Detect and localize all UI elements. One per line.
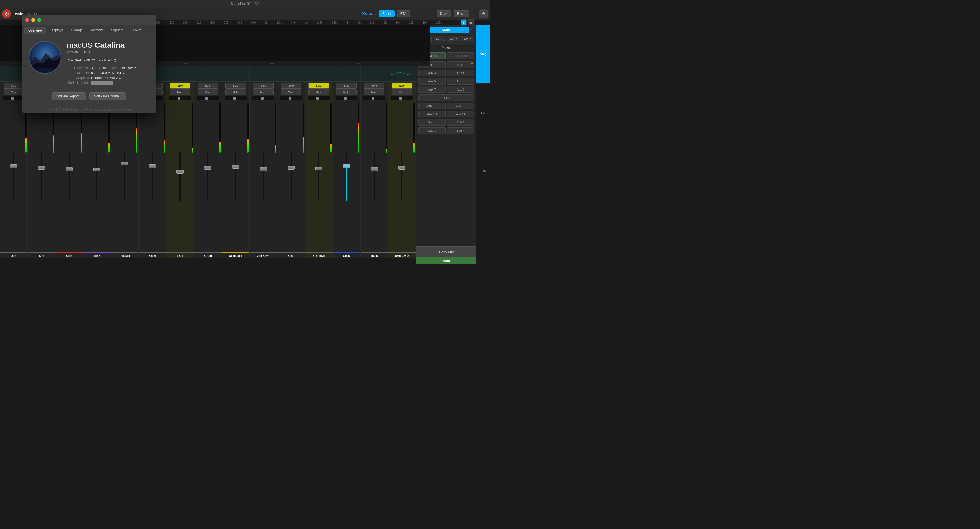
power-button[interactable]: ⏻ bbox=[2, 10, 11, 18]
ch-solo-jonkeys[interactable]: Solo bbox=[253, 83, 274, 89]
ch-eq-bottonare bbox=[388, 66, 416, 82]
fxd-button[interactable]: FX D bbox=[461, 36, 474, 42]
ch-solo-bevkeys[interactable]: Solo bbox=[309, 83, 329, 89]
ch-fader-knob-talkmic[interactable] bbox=[121, 162, 128, 166]
ch-mute-jon[interactable]: Mute bbox=[3, 89, 24, 95]
fxc-button[interactable]: FX C bbox=[447, 36, 460, 42]
window-minimize-button[interactable] bbox=[31, 18, 35, 22]
os-name: macOS Catalina bbox=[67, 41, 150, 49]
ch-fader-knob-track[interactable] bbox=[371, 167, 378, 171]
ch-mute-accoustic[interactable]: Mute bbox=[225, 89, 246, 95]
fxb-button[interactable]: FX B bbox=[433, 36, 446, 42]
ch-fader-knob-kim[interactable] bbox=[38, 166, 45, 170]
ch-mute-jonkeys[interactable]: Mute bbox=[253, 89, 274, 95]
ch-solo-click[interactable]: Solo bbox=[336, 83, 357, 89]
ch-label-bass: Bass bbox=[56, 252, 83, 258]
ch-fader-knob-strum[interactable] bbox=[204, 166, 211, 170]
ch-pan-egtr[interactable] bbox=[169, 96, 191, 100]
sub3-button[interactable]: Sub 3 bbox=[418, 127, 445, 134]
aux4-button[interactable]: Aux 4 bbox=[447, 70, 474, 76]
list-view-button[interactable]: ☰ bbox=[468, 19, 474, 25]
ch-mute-click[interactable]: Mute bbox=[336, 89, 357, 95]
ch-solo-track[interactable]: Solo bbox=[364, 83, 384, 89]
ch-fader-knob-jon[interactable] bbox=[10, 164, 17, 168]
ch-fader-knob-vox4[interactable] bbox=[93, 168, 100, 172]
about-tab-displays[interactable]: Displays bbox=[47, 27, 67, 34]
aux14-button[interactable]: Aux 14 bbox=[447, 111, 474, 118]
about-tab-service[interactable]: Service bbox=[127, 27, 146, 34]
ch-fader-knob-accoustic[interactable] bbox=[232, 165, 239, 169]
mix-row-aux56: Aux 5 Aux 6 bbox=[418, 78, 474, 84]
ch-pan-jonkeys[interactable] bbox=[252, 96, 274, 100]
rta-button[interactable]: RTA bbox=[397, 10, 410, 17]
geq-side-button[interactable]: GEQ bbox=[476, 25, 490, 84]
about-tab-overview[interactable]: Overview bbox=[24, 27, 46, 34]
ch-fader-knob-egtr[interactable] bbox=[177, 170, 183, 174]
ch-mute-bevkeys[interactable]: Mute bbox=[309, 89, 329, 95]
aux8-button[interactable]: Aux 8 bbox=[447, 86, 474, 93]
sub4-button[interactable]: Sub 4 bbox=[447, 127, 474, 134]
ch-pan-bass2[interactable] bbox=[280, 96, 302, 100]
ch-pan-bevkeys[interactable] bbox=[308, 96, 330, 100]
ch-mute-track[interactable]: Mute bbox=[364, 89, 384, 95]
ch-solo-accoustic[interactable]: Solo bbox=[225, 83, 246, 89]
ch-label-bass2: Bass bbox=[277, 252, 305, 258]
scn-side-button[interactable]: Scn bbox=[476, 142, 490, 201]
serial-detail: Serial Number bbox=[67, 81, 150, 85]
aux6-button[interactable]: Aux 6 bbox=[447, 78, 474, 84]
aux2-button[interactable]: Aux 2 bbox=[447, 61, 474, 68]
ch-label-strum: Strum bbox=[194, 252, 221, 258]
ch-fader-knob-vox6[interactable] bbox=[149, 164, 156, 168]
aux11-button[interactable]: Aux 11 bbox=[418, 103, 445, 109]
ch-eq-egtr bbox=[166, 66, 194, 82]
ch-solo-egtr[interactable]: Solo bbox=[170, 83, 190, 89]
ch-solo-bottonare[interactable]: Solo bbox=[391, 83, 412, 89]
aux12-button[interactable]: Aux 12 bbox=[447, 103, 474, 109]
ch-mute-strum[interactable]: Mute bbox=[197, 89, 218, 95]
ch-pan-bottonare[interactable] bbox=[391, 96, 413, 100]
nav-next-button[interactable]: › bbox=[469, 28, 474, 33]
reset-button[interactable]: Reset bbox=[453, 10, 469, 17]
fx-side-button[interactable]: FX bbox=[476, 84, 490, 142]
window-maximize-button[interactable] bbox=[37, 18, 41, 22]
ch-mute-egtr[interactable]: Mute bbox=[170, 89, 190, 95]
software-update-button[interactable]: Software Update... bbox=[89, 92, 126, 100]
ch-fader-knob-bevkeys[interactable] bbox=[315, 167, 322, 170]
about-tab-support[interactable]: Support bbox=[107, 27, 126, 34]
grid-view-button[interactable]: ▣ bbox=[461, 19, 467, 25]
ch-pan-jon[interactable] bbox=[3, 96, 25, 100]
copy-mix-button[interactable]: Copy Mix bbox=[416, 246, 476, 257]
ch-pan-strum[interactable] bbox=[197, 96, 219, 100]
ch-solo-jon[interactable]: Solo bbox=[3, 83, 24, 89]
ch-pan-click[interactable] bbox=[336, 96, 358, 100]
aux13-button[interactable]: Aux 13 bbox=[418, 111, 445, 118]
ch-fader-knob-bass[interactable] bbox=[65, 167, 73, 171]
ch-fader-knob-bass2[interactable] bbox=[288, 166, 295, 170]
about-tab-storage[interactable]: Storage bbox=[67, 27, 86, 34]
draw-button[interactable]: Draw bbox=[436, 10, 451, 17]
ch-eq-jonkeys bbox=[250, 66, 277, 82]
ch-fader-knob-bottonare[interactable] bbox=[398, 166, 406, 170]
aux9-button[interactable]: Aux 9 bbox=[418, 94, 474, 101]
aux3-button[interactable]: Aux 3 bbox=[418, 70, 445, 76]
ch-solo-strum[interactable]: Solo bbox=[197, 83, 218, 89]
system-report-button[interactable]: System Report... bbox=[52, 92, 86, 100]
copy-filter-button[interactable]: Copy Filter bbox=[447, 53, 474, 59]
ch-meter-fill-jon bbox=[25, 138, 27, 153]
window-close-button[interactable] bbox=[25, 18, 29, 22]
ch-pan-accoustic[interactable] bbox=[225, 96, 247, 100]
aux5-button[interactable]: Aux 5 bbox=[418, 78, 445, 84]
ch-mute-bottonare[interactable]: Mute bbox=[391, 89, 412, 95]
sub1-button[interactable]: Sub 1 bbox=[418, 119, 445, 126]
ch-solo-bass2[interactable]: Solo bbox=[281, 83, 301, 89]
aux7-button[interactable]: Aux 7 bbox=[418, 86, 445, 93]
ch-fader-knob-jonkeys[interactable] bbox=[260, 167, 267, 171]
ch-fader-knob-click[interactable] bbox=[343, 164, 350, 168]
ch-mute-bass2[interactable]: Mute bbox=[281, 89, 301, 95]
settings-button[interactable]: ⚙ bbox=[479, 10, 488, 18]
sub2-button[interactable]: Sub 2 bbox=[447, 119, 474, 126]
about-titlebar bbox=[22, 15, 156, 25]
spect-button[interactable]: Spect bbox=[379, 10, 395, 17]
about-tab-memory[interactable]: Memory bbox=[87, 27, 107, 34]
ch-pan-track[interactable] bbox=[363, 96, 385, 100]
